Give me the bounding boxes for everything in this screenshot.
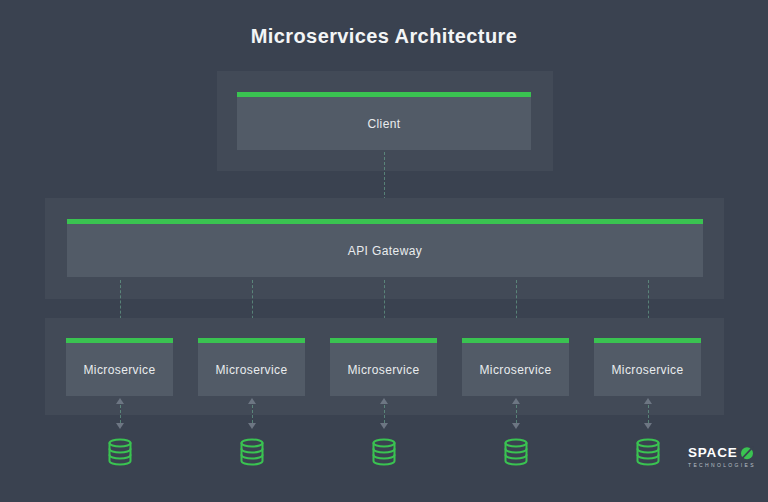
microservice-node-label: Microservice [347,363,419,377]
brand-logo-text: SPACE [688,445,738,460]
database-icon [503,438,529,466]
client-node-label: Client [367,117,400,131]
database-icon [239,438,265,466]
page-title: Microservices Architecture [0,25,768,48]
microservice-node-5: Microservice [594,338,701,396]
diagram-canvas: Microservices Architecture Client API Ga… [0,0,768,502]
microservice-node-label: Microservice [215,363,287,377]
arrow-up-icon [116,398,124,404]
arrow-down-icon [248,423,256,429]
microservice-node-1: Microservice [66,338,173,396]
database-icon [371,438,397,466]
microservice-node-label: Microservice [83,363,155,377]
arrow-down-icon [644,423,652,429]
microservice-node-3: Microservice [330,338,437,396]
microservice-node-4: Microservice [462,338,569,396]
arrow-up-icon [644,398,652,404]
microservice-node-2: Microservice [198,338,305,396]
connector-ms-to-db-1 [120,405,121,423]
brand-logo: SPACE TECHNOLOGIES [688,445,760,468]
api-gateway-node: API Gateway [67,219,703,277]
database-icon [635,438,661,466]
microservice-node-label: Microservice [611,363,683,377]
green-circle-slash-icon [740,446,754,460]
arrow-down-icon [116,423,124,429]
connector-ms-to-db-2 [252,405,253,423]
microservice-node-label: Microservice [479,363,551,377]
arrow-up-icon [248,398,256,404]
client-node: Client [237,92,531,150]
arrow-up-icon [512,398,520,404]
arrow-down-icon [512,423,520,429]
connector-ms-to-db-4 [516,405,517,423]
connector-ms-to-db-3 [384,405,385,423]
connector-ms-to-db-5 [648,405,649,423]
database-icon [107,438,133,466]
arrow-down-icon [380,423,388,429]
arrow-up-icon [380,398,388,404]
api-gateway-node-label: API Gateway [348,244,422,258]
brand-logo-subtext: TECHNOLOGIES [688,462,760,468]
